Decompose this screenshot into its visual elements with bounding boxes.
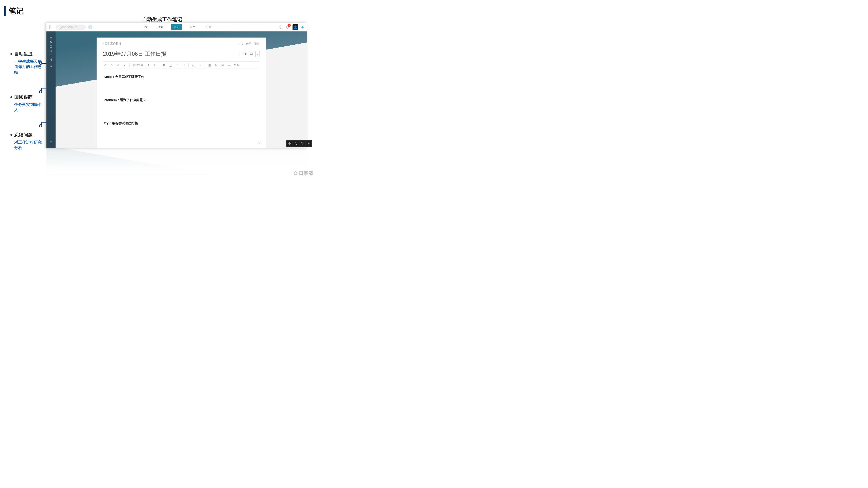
members-count: 2 [242, 42, 243, 45]
panel-toggle-icon[interactable] [50, 25, 52, 29]
add-button[interactable]: + [88, 25, 92, 29]
ime-key[interactable]: 中 [287, 141, 292, 147]
undo-icon[interactable]: ↶ [103, 64, 107, 67]
app-topbar: 输入搜索内容 + 日程 计划 笔记 应用 公司 1 👤 ◆ [46, 23, 307, 31]
annotation-title: 自动生成 [14, 51, 33, 57]
rail-char: 工 [50, 45, 52, 48]
font-size-icon[interactable]: A [153, 64, 156, 67]
document-content[interactable]: Keep：今日完成了哪些工作 Problem：遇到了什么问题？ Try：准备尝试… [103, 69, 259, 131]
app-body: 团 队 工 作 日 报 ★ ⚙ 团队工作日报 2 分 [46, 31, 307, 148]
breadcrumb[interactable]: 团队工作日报 [103, 42, 122, 45]
document-title[interactable]: 2019年07月06日 工作日报 [103, 50, 166, 58]
connector-node-icon [39, 124, 42, 127]
font-selector[interactable]: 其他字体 [132, 63, 143, 67]
clear-format-icon[interactable]: ✐ [116, 64, 120, 67]
annotation-sub: 任务落实到每个人 [14, 102, 43, 112]
strike-icon[interactable]: S [182, 64, 185, 67]
topbar-right: 1 👤 ◆ [279, 24, 304, 30]
image-icon[interactable]: 🖼 [214, 64, 218, 67]
ime-toolbar: 中 °, 半 ⚙ [286, 140, 312, 147]
ime-key[interactable]: °, [293, 141, 299, 147]
annotation-title: 回顾跟踪 [14, 94, 33, 100]
nav-tab-company[interactable]: 公司 [203, 24, 214, 30]
bullet-icon [10, 96, 12, 98]
svg-point-2 [239, 42, 239, 43]
rail-char: 日 [50, 54, 52, 57]
pin-icon [293, 171, 298, 175]
nav-tab-notes[interactable]: 笔记 [171, 24, 182, 30]
top-nav: 日程 计划 笔记 应用 公司 [139, 24, 214, 30]
gear-icon[interactable]: ⚙ [50, 140, 53, 144]
toolbar-more[interactable]: 更多 [234, 63, 239, 67]
bullet-icon [10, 53, 12, 55]
document-card: 团队工作日报 2 分享 更多 2019年07月06日 工作日报 一键生成 [97, 37, 266, 148]
svg-rect-4 [258, 142, 261, 144]
rail-char: 报 [50, 58, 52, 62]
doc-header-actions: 2 分享 更多 [238, 42, 259, 45]
bold-icon[interactable]: B [162, 64, 166, 67]
bullet-icon [10, 134, 12, 136]
connector-node-icon [39, 90, 42, 93]
rail-char: 队 [50, 40, 52, 44]
slide-subheading: 自动生成工作笔记 [142, 16, 182, 23]
nav-tab-plan[interactable]: 计划 [155, 24, 166, 30]
svg-point-1 [280, 28, 281, 28]
reflection-fade [46, 148, 307, 174]
generate-button[interactable]: 一键生成 ⌄ [240, 51, 259, 57]
table-icon[interactable]: ▦ [208, 64, 211, 67]
avatar[interactable]: 👤 [292, 24, 298, 30]
more-button[interactable]: 更多 [254, 42, 259, 45]
text-color-icon[interactable]: A [192, 63, 195, 67]
notification-badge: 1 [288, 24, 291, 27]
doc-title-row: 2019年07月06日 工作日报 一键生成 ⌄ [103, 50, 259, 58]
brand-text: 日事清 [299, 170, 313, 176]
doc-header: 团队工作日报 2 分享 更多 [103, 42, 259, 47]
doc-area: 团队工作日报 2 分享 更多 2019年07月06日 工作日报 一键生成 [56, 31, 307, 148]
annotation-title: 总结问题 [14, 132, 33, 138]
members-indicator[interactable]: 2 [238, 42, 243, 45]
underline-icon[interactable]: U [169, 64, 172, 67]
diamond-icon[interactable]: ◆ [301, 25, 304, 29]
ime-settings-icon[interactable]: ⚙ [306, 141, 311, 147]
left-rail-title[interactable]: 团 队 工 作 日 报 [50, 36, 52, 62]
annotations-list: 自动生成 一键生成每天每周每月的工作总结 回顾跟踪 任务落实到每个人 总结问题 … [10, 51, 43, 170]
content-line-keep[interactable]: Keep：今日完成了哪些工作 [104, 75, 259, 79]
annotation-item: 自动生成 一键生成每天每周每月的工作总结 [10, 51, 43, 75]
search-placeholder: 输入搜索内容 [61, 25, 77, 29]
hr-icon[interactable]: — [227, 64, 231, 67]
annotation-item: 回顾跟踪 任务落实到每个人 [10, 94, 43, 112]
title-accent-bar [4, 6, 6, 16]
redo-icon[interactable]: ↷ [110, 64, 113, 67]
format-painter-icon[interactable]: 🖌 [123, 64, 126, 67]
reflection-decor [46, 148, 307, 174]
app-screenshot: 输入搜索内容 + 日程 计划 笔记 应用 公司 1 👤 ◆ 团 队 [46, 23, 307, 148]
checklist-icon[interactable]: ☑ [221, 64, 224, 67]
notification-icon[interactable]: 1 [286, 25, 289, 29]
brand-watermark: 日事清 [293, 170, 313, 176]
italic-icon[interactable]: I [175, 64, 179, 67]
search-input[interactable]: 输入搜索内容 [56, 25, 86, 30]
chevron-down-icon[interactable]: ⌄ [255, 51, 259, 57]
heading-icon[interactable]: H [146, 64, 150, 67]
annotation-item: 总结问题 对工作进行研究分析 [10, 132, 43, 150]
help-icon[interactable] [279, 25, 282, 29]
annotation-sub: 一键生成每天每周每月的工作总结 [14, 59, 43, 75]
annotation-sub: 对工作进行研究分析 [14, 140, 43, 150]
svg-point-3 [240, 43, 240, 43]
nav-tab-schedule[interactable]: 日程 [139, 24, 150, 30]
star-icon[interactable]: ★ [50, 64, 53, 68]
highlight-icon[interactable]: ◇ [198, 64, 202, 67]
content-line-problem[interactable]: Problem：遇到了什么问题？ [104, 98, 259, 102]
connector-node-icon [39, 62, 42, 65]
keyboard-icon[interactable] [257, 141, 262, 145]
ime-key[interactable]: 半 [300, 141, 305, 147]
content-line-try[interactable]: Try：准备尝试哪些措施 [104, 121, 259, 125]
left-rail: 团 队 工 作 日 报 ★ ⚙ [46, 31, 56, 148]
share-button[interactable]: 分享 [246, 42, 251, 45]
generate-button-label: 一键生成 [240, 52, 255, 56]
separator [188, 63, 189, 67]
search-icon [58, 26, 60, 28]
separator [205, 63, 205, 67]
editor-toolbar: ↶ ↷ ✐ 🖌 其他字体 H A B U I S A ◇ [103, 61, 259, 69]
nav-tab-apps[interactable]: 应用 [187, 24, 198, 30]
